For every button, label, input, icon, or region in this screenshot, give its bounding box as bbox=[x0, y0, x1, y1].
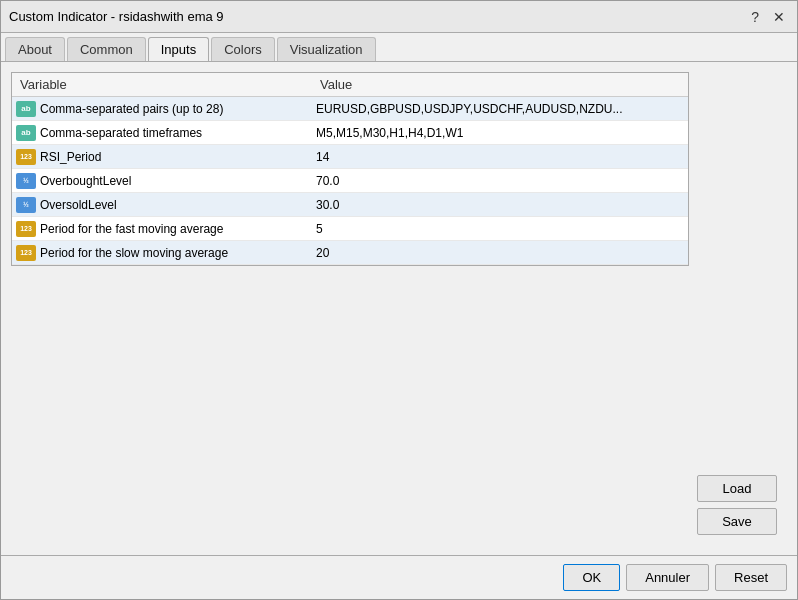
row-value: 14 bbox=[316, 150, 684, 164]
tab-visualization[interactable]: Visualization bbox=[277, 37, 376, 61]
cancel-button[interactable]: Annuler bbox=[626, 564, 709, 591]
tab-bar: About Common Inputs Colors Visualization bbox=[1, 33, 797, 62]
row-name: Period for the slow moving average bbox=[40, 246, 316, 260]
type-icon-123: 123 bbox=[16, 221, 36, 237]
type-icon-ab: ab bbox=[16, 125, 36, 141]
column-value-header: Value bbox=[320, 77, 680, 92]
type-icon-ab: ab bbox=[16, 101, 36, 117]
tab-inputs[interactable]: Inputs bbox=[148, 37, 209, 61]
type-icon-half: ½ bbox=[16, 197, 36, 213]
table-row[interactable]: 123 Period for the fast moving average 5 bbox=[12, 217, 688, 241]
row-value: 20 bbox=[316, 246, 684, 260]
close-button[interactable]: ✕ bbox=[769, 9, 789, 25]
row-name: Comma-separated pairs (up to 28) bbox=[40, 102, 316, 116]
row-value: 70.0 bbox=[316, 174, 684, 188]
tab-common[interactable]: Common bbox=[67, 37, 146, 61]
tab-colors[interactable]: Colors bbox=[211, 37, 275, 61]
save-button[interactable]: Save bbox=[697, 508, 777, 535]
main-window: Custom Indicator - rsidashwith ema 9 ? ✕… bbox=[0, 0, 798, 600]
table-row[interactable]: 123 RSI_Period 14 bbox=[12, 145, 688, 169]
help-button[interactable]: ? bbox=[747, 9, 763, 25]
column-variable-header: Variable bbox=[20, 77, 320, 92]
title-bar: Custom Indicator - rsidashwith ema 9 ? ✕ bbox=[1, 1, 797, 33]
left-panel: Variable Value ab Comma-separated pairs … bbox=[11, 72, 689, 545]
load-button[interactable]: Load bbox=[697, 475, 777, 502]
row-name: OverboughtLevel bbox=[40, 174, 316, 188]
inputs-table: Variable Value ab Comma-separated pairs … bbox=[11, 72, 689, 266]
table-row[interactable]: ½ OversoldLevel 30.0 bbox=[12, 193, 688, 217]
type-icon-123: 123 bbox=[16, 149, 36, 165]
reset-button[interactable]: Reset bbox=[715, 564, 787, 591]
type-icon-half: ½ bbox=[16, 173, 36, 189]
main-area: Variable Value ab Comma-separated pairs … bbox=[11, 72, 787, 545]
row-value: 30.0 bbox=[316, 198, 684, 212]
right-panel: Load Save bbox=[697, 72, 787, 545]
row-value: EURUSD,GBPUSD,USDJPY,USDCHF,AUDUSD,NZDU.… bbox=[316, 102, 684, 116]
table-row[interactable]: ½ OverboughtLevel 70.0 bbox=[12, 169, 688, 193]
table-header: Variable Value bbox=[12, 73, 688, 97]
row-value: M5,M15,M30,H1,H4,D1,W1 bbox=[316, 126, 684, 140]
tab-about[interactable]: About bbox=[5, 37, 65, 61]
window-title: Custom Indicator - rsidashwith ema 9 bbox=[9, 9, 224, 24]
bottom-bar: OK Annuler Reset bbox=[1, 555, 797, 599]
type-icon-123: 123 bbox=[16, 245, 36, 261]
row-name: OversoldLevel bbox=[40, 198, 316, 212]
row-name: Period for the fast moving average bbox=[40, 222, 316, 236]
row-name: RSI_Period bbox=[40, 150, 316, 164]
table-row[interactable]: ab Comma-separated timeframes M5,M15,M30… bbox=[12, 121, 688, 145]
ok-button[interactable]: OK bbox=[563, 564, 620, 591]
row-value: 5 bbox=[316, 222, 684, 236]
title-controls: ? ✕ bbox=[747, 9, 789, 25]
table-row[interactable]: 123 Period for the slow moving average 2… bbox=[12, 241, 688, 265]
row-name: Comma-separated timeframes bbox=[40, 126, 316, 140]
content-area: Variable Value ab Comma-separated pairs … bbox=[1, 62, 797, 555]
table-row[interactable]: ab Comma-separated pairs (up to 28) EURU… bbox=[12, 97, 688, 121]
